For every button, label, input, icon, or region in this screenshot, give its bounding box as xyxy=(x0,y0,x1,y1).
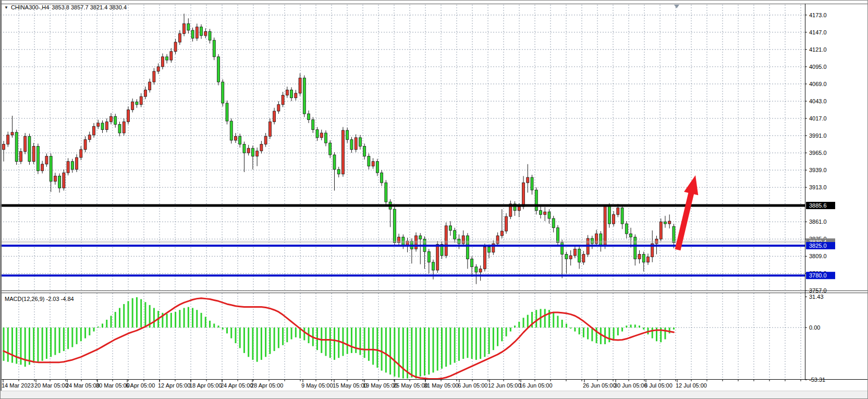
candle-bullish xyxy=(286,90,288,95)
candle-bullish xyxy=(105,122,108,129)
candle-bullish xyxy=(415,236,418,249)
candle-bullish xyxy=(604,206,606,247)
candle-bearish xyxy=(217,57,220,82)
candle-bullish xyxy=(582,255,585,262)
price-tick-label: 3809.0 xyxy=(809,253,827,259)
candle-bearish xyxy=(200,27,203,36)
macd-tick-label: 31.43 xyxy=(809,294,824,300)
candle-bullish xyxy=(157,67,160,71)
price-tick-label: 3991.0 xyxy=(809,132,827,139)
candle-bearish xyxy=(350,140,353,150)
time-tick-label: 6 Apr 05:00 xyxy=(126,382,155,389)
candle-bullish xyxy=(7,135,9,144)
candle-bullish xyxy=(178,33,181,42)
candle-bearish xyxy=(535,190,537,210)
candle-bullish xyxy=(88,135,91,140)
candle-bearish xyxy=(488,247,491,252)
candle-bearish xyxy=(385,183,387,202)
symbol-period-label: CHINA300-,H4 xyxy=(11,4,49,10)
candle-bearish xyxy=(427,251,430,262)
candle-bullish xyxy=(505,216,508,231)
candle-bearish xyxy=(561,243,564,255)
candle-bullish xyxy=(247,148,250,153)
candle-bullish xyxy=(573,249,576,256)
candle-bearish xyxy=(290,90,293,98)
candle-bearish xyxy=(333,155,336,170)
candle-bearish xyxy=(58,176,61,188)
macd-tick-label: 0.00 xyxy=(809,324,820,331)
candle-bullish xyxy=(131,102,134,110)
candle-bullish xyxy=(84,140,87,150)
candle-bullish xyxy=(32,146,35,161)
candle-bearish xyxy=(222,82,224,103)
candle-bullish xyxy=(24,136,27,151)
candle-bullish xyxy=(445,226,447,256)
candle-bullish xyxy=(372,162,374,166)
candle-bearish xyxy=(187,23,190,30)
candle-bearish xyxy=(213,40,215,57)
candle-bearish xyxy=(136,102,138,104)
price-tick-label: 4043.0 xyxy=(809,98,827,104)
chart-window: 4173.04147.04121.04095.04069.04043.04017… xyxy=(0,0,868,399)
price-tick-label: 4095.0 xyxy=(809,64,827,70)
candle-bullish xyxy=(320,133,323,138)
candle-bullish xyxy=(54,176,56,182)
candle-bearish xyxy=(337,170,340,174)
time-tick-label: 30 Mar 05:00 xyxy=(96,382,130,389)
candle-bullish xyxy=(195,27,198,39)
chart-canvas[interactable]: 4173.04147.04121.04095.04069.04043.04017… xyxy=(1,1,868,399)
candle-bearish xyxy=(251,148,254,156)
candle-bullish xyxy=(170,52,173,61)
candle-bearish xyxy=(664,222,666,224)
candle-bullish xyxy=(647,257,650,262)
candle-bullish xyxy=(518,207,520,211)
price-tick-label: 4173.0 xyxy=(809,12,827,18)
time-tick-label: 26 Jun 05:00 xyxy=(583,382,616,389)
time-tick-label: 24 Apr 05:00 xyxy=(221,382,253,389)
candle-bullish xyxy=(260,144,263,151)
candle-bearish xyxy=(329,143,332,155)
time-tick-label: 28 Apr 05:00 xyxy=(251,382,283,389)
candle-bearish xyxy=(239,136,241,144)
time-tick-label: 30 Jun 05:00 xyxy=(614,382,647,389)
macd-indicator-label: MACD(12,26,9) -2.03 -4.84 xyxy=(5,296,74,302)
candle-bullish xyxy=(183,23,186,33)
candle-bearish xyxy=(608,206,610,224)
price-badge-label: 3780.0 xyxy=(809,272,827,279)
candle-bearish xyxy=(209,32,211,41)
candle-bearish xyxy=(359,138,361,147)
candle-bearish xyxy=(312,120,314,130)
candle-bullish xyxy=(144,90,146,96)
price-tick-label: 4147.0 xyxy=(809,29,827,35)
candle-bullish xyxy=(76,158,78,170)
price-tick-label: 3965.0 xyxy=(809,150,827,156)
candle-bullish xyxy=(153,71,155,82)
candle-bullish xyxy=(354,138,357,150)
candle-bullish xyxy=(569,256,572,259)
time-tick-label: 9 May 05:00 xyxy=(301,382,333,389)
candle-bearish xyxy=(449,226,451,231)
price-tick-label: 4069.0 xyxy=(809,81,827,87)
candle-bullish xyxy=(256,151,259,156)
candle-bullish xyxy=(174,42,177,52)
candle-bullish xyxy=(45,156,48,164)
time-tick-label: 20 Mar 05:00 xyxy=(34,382,68,389)
candle-bearish xyxy=(346,130,349,140)
candle-bearish xyxy=(230,121,233,140)
candle-bullish xyxy=(462,236,464,244)
candle-bullish xyxy=(299,78,301,93)
candle-bearish xyxy=(556,228,559,243)
candle-bullish xyxy=(127,110,129,122)
candle-bearish xyxy=(36,146,39,171)
time-tick-label: 16 Jun 05:00 xyxy=(519,382,553,389)
candle-bearish xyxy=(565,255,568,259)
candle-bullish xyxy=(149,82,151,90)
time-tick-label: 31 May 05:00 xyxy=(424,382,459,389)
symbol-dropdown-icon[interactable]: ▼ xyxy=(4,5,8,10)
candle-bearish xyxy=(432,262,435,270)
candle-bullish xyxy=(273,111,276,122)
candle-bearish xyxy=(191,30,194,38)
candle-bullish xyxy=(496,236,499,244)
price-tick-label: 4017.0 xyxy=(809,115,827,122)
candle-bullish xyxy=(659,222,662,239)
